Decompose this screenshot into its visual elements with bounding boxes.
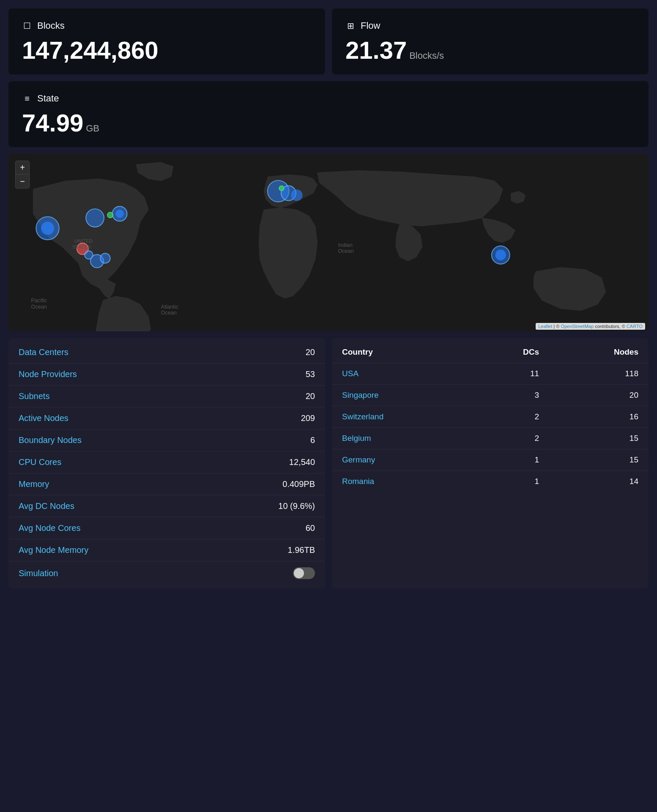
map-container: UNITED STATES Atlantic Ocean Pacific Oce…	[8, 154, 649, 331]
blocks-label: ☐ Blocks	[22, 20, 312, 31]
avg-node-memory-value: 1.96TB	[288, 545, 315, 555]
page-wrapper: ☐ Blocks 147,244,860 ⊞ Flow 21.37Blocks/…	[0, 0, 657, 597]
stats-row-data-centers: Data Centers 20	[8, 342, 325, 364]
svg-point-13	[291, 189, 302, 201]
stats-row-active-nodes: Active Nodes 209	[8, 407, 325, 429]
country-name: Switzerland	[332, 406, 469, 428]
stats-row-avg-node-memory: Avg Node Memory 1.96TB	[8, 539, 325, 561]
data-centers-label: Data Centers	[19, 347, 68, 357]
country-dcs: 11	[469, 363, 549, 385]
subnets-value: 20	[306, 391, 315, 401]
flow-unit: Blocks/s	[409, 50, 444, 61]
country-nodes: 20	[549, 385, 649, 406]
country-nodes: 16	[549, 406, 649, 428]
country-nodes: 118	[549, 363, 649, 385]
svg-text:UNITED: UNITED	[74, 238, 93, 243]
country-name: Singapore	[332, 385, 469, 406]
openstreetmap-link[interactable]: OpenStreetMap	[561, 324, 594, 329]
cpu-cores-label: CPU Cores	[19, 457, 61, 467]
country-panel: Country DCs Nodes USA 11 118 Singapore 3…	[332, 338, 649, 588]
bottom-section: Data Centers 20 Node Providers 53 Subnet…	[8, 338, 649, 588]
state-card: ≡ State 74.99GB	[8, 81, 649, 147]
subnets-label: Subnets	[19, 391, 49, 401]
country-table-row: Romania 1 14	[332, 471, 649, 492]
svg-point-14	[279, 186, 284, 191]
country-table-row: Singapore 3 20	[332, 385, 649, 406]
stats-row-subnets: Subnets 20	[8, 385, 325, 407]
flow-label: ⊞ Flow	[345, 20, 635, 31]
svg-text:Ocean: Ocean	[31, 304, 47, 310]
svg-text:Ocean: Ocean	[338, 248, 353, 254]
country-dcs: 2	[469, 428, 549, 449]
country-nodes: 15	[549, 428, 649, 449]
country-table-row: USA 11 118	[332, 363, 649, 385]
country-name: USA	[332, 363, 469, 385]
map-section: UNITED STATES Atlantic Ocean Pacific Oce…	[8, 154, 649, 331]
blocks-icon: ☐	[22, 21, 32, 31]
country-name: Belgium	[332, 428, 469, 449]
country-table: Country DCs Nodes USA 11 118 Singapore 3…	[332, 342, 649, 492]
avg-node-memory-label: Avg Node Memory	[19, 545, 88, 555]
stats-panel: Data Centers 20 Node Providers 53 Subnet…	[8, 338, 325, 588]
svg-point-10	[107, 212, 113, 218]
memory-value: 0.409PB	[282, 479, 315, 489]
country-table-row: Germany 1 15	[332, 449, 649, 471]
country-name: Romania	[332, 471, 469, 492]
blocks-card: ☐ Blocks 147,244,860	[8, 8, 325, 74]
zoom-in-button[interactable]: +	[16, 161, 29, 175]
world-map-svg: UNITED STATES Atlantic Ocean Pacific Oce…	[8, 154, 649, 331]
zoom-out-button[interactable]: −	[16, 175, 29, 188]
memory-label: Memory	[19, 479, 49, 489]
stats-row-simulation: Simulation	[8, 561, 325, 585]
top-cards: ☐ Blocks 147,244,860 ⊞ Flow 21.37Blocks/…	[8, 8, 649, 74]
carto-link[interactable]: CARTO	[627, 324, 643, 329]
svg-point-4	[115, 210, 123, 218]
node-providers-label: Node Providers	[19, 369, 77, 379]
country-nodes: 14	[549, 471, 649, 492]
flow-card: ⊞ Flow 21.37Blocks/s	[332, 8, 649, 74]
stats-row-node-providers: Node Providers 53	[8, 364, 325, 385]
active-nodes-label: Active Nodes	[19, 413, 68, 423]
dcs-col-header: DCs	[469, 342, 549, 363]
flow-value: 21.37Blocks/s	[345, 38, 635, 63]
svg-text:Atlantic: Atlantic	[161, 304, 178, 310]
country-col-header: Country	[332, 342, 469, 363]
state-unit: GB	[86, 123, 99, 134]
country-name: Germany	[332, 449, 469, 471]
svg-text:STATES: STATES	[72, 244, 91, 249]
stats-row-avg-node-cores: Avg Node Cores 60	[8, 517, 325, 539]
boundary-nodes-value: 6	[310, 435, 315, 445]
country-dcs: 1	[469, 449, 549, 471]
country-dcs: 1	[469, 471, 549, 492]
svg-point-2	[41, 221, 54, 235]
boundary-nodes-label: Boundary Nodes	[19, 435, 82, 445]
country-dcs: 3	[469, 385, 549, 406]
avg-node-cores-value: 60	[306, 523, 315, 533]
blocks-value: 147,244,860	[22, 38, 312, 63]
active-nodes-value: 209	[301, 413, 315, 423]
svg-point-5	[86, 209, 104, 227]
svg-point-9	[100, 253, 110, 263]
stats-row-memory: Memory 0.409PB	[8, 473, 325, 495]
stats-row-boundary-nodes: Boundary Nodes 6	[8, 429, 325, 451]
state-value: 74.99GB	[22, 111, 635, 135]
toggle-knob	[294, 568, 304, 578]
svg-text:Ocean: Ocean	[161, 310, 176, 316]
map-controls: + −	[15, 161, 30, 189]
svg-point-16	[495, 250, 506, 260]
avg-dc-nodes-label: Avg DC Nodes	[19, 501, 74, 511]
map-attribution: Leaflet | © OpenStreetMap contributors, …	[536, 323, 645, 330]
flow-icon: ⊞	[345, 21, 356, 31]
avg-node-cores-label: Avg Node Cores	[19, 523, 80, 533]
state-icon: ≡	[22, 93, 32, 104]
leaflet-link[interactable]: Leaflet	[538, 324, 552, 329]
stats-row-avg-dc-nodes: Avg DC Nodes 10 (9.6%)	[8, 495, 325, 517]
simulation-label: Simulation	[19, 569, 58, 578]
node-providers-value: 53	[306, 369, 315, 379]
country-dcs: 2	[469, 406, 549, 428]
simulation-toggle[interactable]	[293, 567, 315, 579]
data-centers-value: 20	[306, 347, 315, 357]
cpu-cores-value: 12,540	[289, 457, 315, 467]
stats-row-cpu-cores: CPU Cores 12,540	[8, 451, 325, 473]
nodes-col-header: Nodes	[549, 342, 649, 363]
